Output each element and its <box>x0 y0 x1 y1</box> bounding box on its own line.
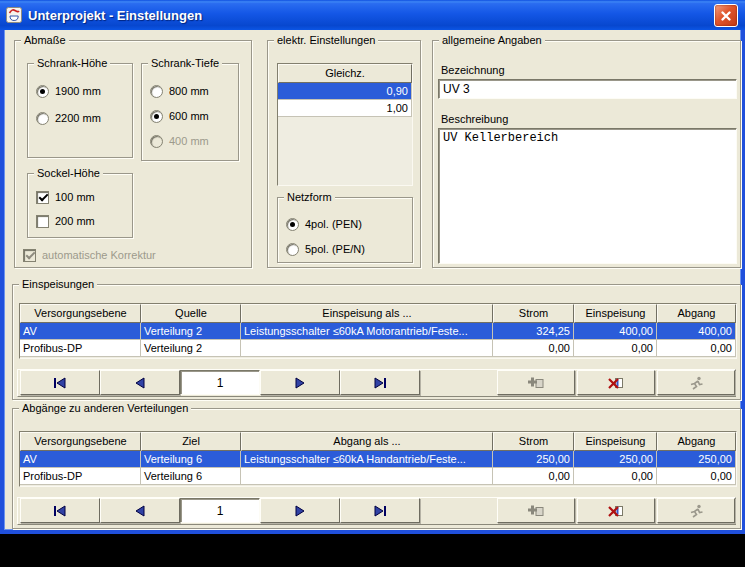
beschreibung-textarea[interactable]: UV Kellerbereich <box>438 128 737 264</box>
grid-cell[interactable] <box>241 340 493 357</box>
next-record-button[interactable] <box>260 498 340 523</box>
grid-cell[interactable]: 250,00 <box>574 451 657 468</box>
grid-cell[interactable]: Verteilung 2 <box>141 340 241 357</box>
last-record-icon <box>372 377 388 389</box>
grid-cell[interactable]: Leistungsschalter ≤60kA Handantrieb/Fest… <box>241 451 493 468</box>
record-number-input[interactable] <box>180 370 260 395</box>
grid-cell[interactable]: 250,00 <box>657 451 736 468</box>
abgaenge-grid: VersorgungsebeneZielAbgang als ...StromE… <box>19 431 737 487</box>
grid-cell[interactable]: 0,00 <box>574 340 657 357</box>
column-header[interactable]: Gleichz. <box>278 64 412 83</box>
bezeichnung-input[interactable] <box>438 79 737 99</box>
insert-record-icon <box>528 504 544 518</box>
checkbox-200-mm[interactable]: 200 mm <box>36 214 95 228</box>
column-header[interactable]: Abgang <box>657 432 736 451</box>
grid-cell[interactable] <box>241 468 493 485</box>
first-record-button[interactable] <box>20 498 100 523</box>
radio-icon[interactable] <box>36 112 49 125</box>
grid-row[interactable]: Profibus-DPVerteilung 60,000,000,00 <box>20 468 736 485</box>
radio-icon[interactable] <box>36 85 49 98</box>
close-button[interactable] <box>714 4 738 27</box>
dialog-window: Unterprojekt - Einstellungen Abmaße Schr… <box>0 0 745 534</box>
prev-record-button[interactable] <box>100 498 180 523</box>
delete-record-button[interactable] <box>577 370 655 395</box>
prev-record-button[interactable] <box>100 370 180 395</box>
last-record-button[interactable] <box>340 370 420 395</box>
grid-cell[interactable]: 0,00 <box>657 468 736 485</box>
group-schrank-hoehe: Schrank-Höhe 1900 mm2200 mm <box>27 63 133 158</box>
radio-icon[interactable] <box>286 243 299 256</box>
group-label: Netzform <box>284 191 335 204</box>
runner-icon <box>688 376 704 390</box>
group-label: elektr. Einstellungen <box>274 34 378 47</box>
column-header[interactable]: Ziel <box>141 432 241 451</box>
column-header[interactable]: Quelle <box>141 304 241 323</box>
grid-cell[interactable]: Verteilung 6 <box>141 468 241 485</box>
checkbox-icon[interactable] <box>36 215 49 228</box>
column-header[interactable]: Abgang als ... <box>241 432 493 451</box>
checkbox-icon[interactable] <box>36 191 49 204</box>
radio-600-mm[interactable]: 600 mm <box>150 109 209 123</box>
grid-cell[interactable]: AV <box>20 323 141 340</box>
grid-cell[interactable]: Profibus-DP <box>20 340 141 357</box>
radio-4pol-pen[interactable]: 4pol. (PEN) <box>286 217 365 231</box>
grid-cell[interactable]: 1,00 <box>278 100 412 117</box>
grid-cell[interactable]: 250,00 <box>493 451 574 468</box>
grid-cell[interactable]: 400,00 <box>574 323 657 340</box>
next-record-button[interactable] <box>260 370 340 395</box>
group-abmasse: Abmaße Schrank-Höhe 1900 mm2200 mm Schra… <box>14 40 252 268</box>
column-header[interactable]: Versorgungsebene <box>20 432 141 451</box>
radio-1900-mm[interactable]: 1900 mm <box>36 84 101 98</box>
grid-cell[interactable]: 0,00 <box>493 340 574 357</box>
first-record-icon <box>52 377 68 389</box>
column-header[interactable]: Versorgungsebene <box>20 304 141 323</box>
grid-cell[interactable]: AV <box>20 451 141 468</box>
grid-row[interactable]: Profibus-DPVerteilung 20,000,000,00 <box>20 340 736 357</box>
radio-icon[interactable] <box>150 85 163 98</box>
column-header[interactable]: Einspeisung <box>574 304 657 323</box>
radio-icon[interactable] <box>150 110 163 123</box>
checkbox-100-mm[interactable]: 100 mm <box>36 190 95 204</box>
grid-row[interactable]: AVVerteilung 6Leistungsschalter ≤60kA Ha… <box>20 451 736 468</box>
grid-cell[interactable]: 0,00 <box>657 340 736 357</box>
grid-cell[interactable]: 324,25 <box>493 323 574 340</box>
last-record-icon <box>372 505 388 517</box>
option-label: 400 mm <box>169 135 209 147</box>
grid-cell[interactable]: Leistungsschalter ≤60kA Motorantrieb/Fes… <box>241 323 493 340</box>
last-record-button[interactable] <box>340 498 420 523</box>
record-number-input[interactable] <box>180 498 260 523</box>
delete-record-button[interactable] <box>577 498 655 523</box>
grid-cell[interactable]: 0,00 <box>493 468 574 485</box>
insert-record-icon <box>528 376 544 390</box>
radio-icon[interactable] <box>286 218 299 231</box>
grid-cell[interactable]: 0,00 <box>574 468 657 485</box>
bezeichnung-label: Bezeichnung <box>441 64 505 76</box>
radio-2200-mm[interactable]: 2200 mm <box>36 111 101 125</box>
grid-row[interactable]: 0,90 <box>278 83 412 100</box>
grid-row[interactable]: 1,00 <box>278 100 412 117</box>
group-allgemeine-angaben: allgemeine Angaben Bezeichnung Beschreib… <box>432 40 741 268</box>
title-bar[interactable]: Unterprojekt - Einstellungen <box>0 0 745 30</box>
column-header[interactable]: Abgang <box>657 304 736 323</box>
grid-row[interactable]: AVVerteilung 2Leistungsschalter ≤60kA Mo… <box>20 323 736 340</box>
sockel-hoehe-options: 100 mm200 mm <box>36 190 95 228</box>
radio-5pol-pe-n[interactable]: 5pol. (PE/N) <box>286 242 365 256</box>
radio-800-mm[interactable]: 800 mm <box>150 84 209 98</box>
column-header[interactable]: Strom <box>493 304 574 323</box>
group-schrank-tiefe: Schrank-Tiefe 800 mm600 mm400 mm <box>141 63 239 161</box>
group-label: Schrank-Höhe <box>34 57 110 70</box>
option-label: 200 mm <box>55 215 95 227</box>
grid-cell[interactable]: Verteilung 6 <box>141 451 241 468</box>
grid-cell[interactable]: 0,90 <box>278 83 412 100</box>
column-header[interactable]: Einspeisung <box>574 432 657 451</box>
grid-cell[interactable]: Verteilung 2 <box>141 323 241 340</box>
execute-button <box>657 370 735 395</box>
grid-cell[interactable]: Profibus-DP <box>20 468 141 485</box>
grid-cell[interactable]: 400,00 <box>657 323 736 340</box>
option-label: automatische Korrektur <box>42 249 156 261</box>
gleichzeitigkeit-grid: Gleichz.0,901,00 <box>277 63 413 186</box>
column-header[interactable]: Strom <box>493 432 574 451</box>
column-header[interactable]: Einspeisung als ... <box>241 304 493 323</box>
group-sockel-hoehe: Sockel-Höhe 100 mm200 mm <box>27 173 133 238</box>
first-record-button[interactable] <box>20 370 100 395</box>
